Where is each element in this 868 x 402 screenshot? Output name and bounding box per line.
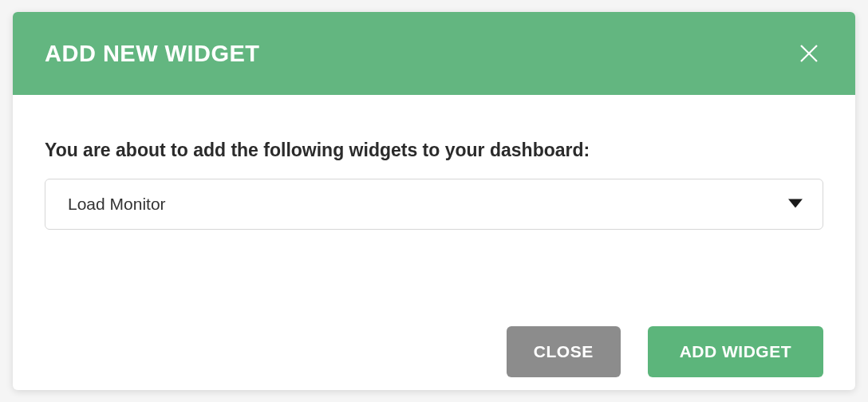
- modal-title: ADD NEW WIDGET: [45, 41, 260, 67]
- modal-body: You are about to add the following widge…: [13, 95, 855, 326]
- widget-select-wrap: Load Monitor: [45, 179, 823, 230]
- add-widget-modal: ADD NEW WIDGET You are about to add the …: [13, 12, 855, 390]
- close-icon[interactable]: [795, 39, 823, 68]
- widget-select[interactable]: Load Monitor: [45, 179, 823, 230]
- modal-footer: CLOSE ADD WIDGET: [13, 326, 855, 390]
- modal-body-text: You are about to add the following widge…: [45, 140, 823, 161]
- close-button[interactable]: CLOSE: [507, 326, 621, 377]
- modal-header: ADD NEW WIDGET: [13, 12, 855, 95]
- widget-select-value: Load Monitor: [68, 195, 166, 214]
- add-widget-button[interactable]: ADD WIDGET: [648, 326, 823, 377]
